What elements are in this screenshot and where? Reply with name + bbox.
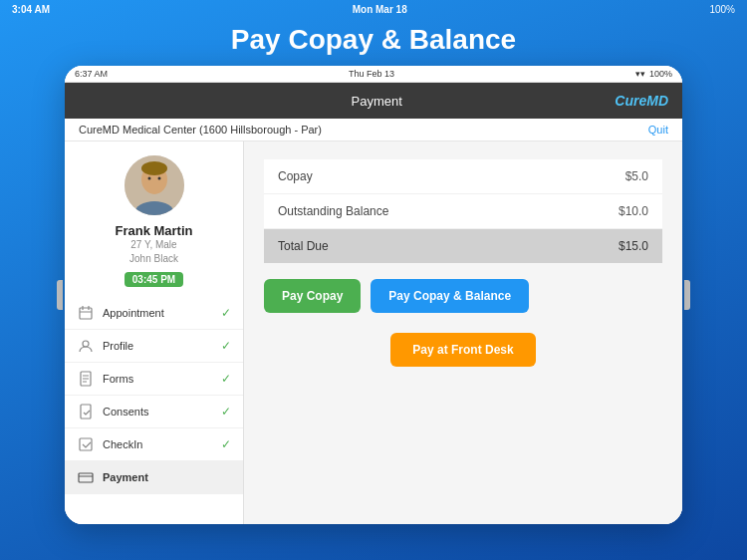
patient-name: Frank Martin bbox=[115, 223, 192, 238]
logo-suffix: MD bbox=[646, 93, 668, 109]
app-header-title: Payment bbox=[138, 94, 615, 109]
nav-list: Appointment ✓ Profile ✓ bbox=[65, 297, 243, 494]
quit-button[interactable]: Quit bbox=[648, 124, 668, 136]
patient-info: 27 Y, Male John Black bbox=[129, 238, 178, 266]
patient-age: 27 Y, Male bbox=[130, 239, 176, 250]
ipad-side-button-left bbox=[57, 280, 63, 310]
os-battery: 100% bbox=[709, 4, 735, 15]
balance-amount: $10.0 bbox=[619, 204, 648, 218]
svg-point-10 bbox=[83, 341, 89, 347]
nav-item-forms[interactable]: Forms ✓ bbox=[65, 363, 243, 396]
svg-rect-17 bbox=[79, 473, 93, 482]
nav-label-checkin: CheckIn bbox=[103, 438, 213, 450]
pay-copay-button[interactable]: Pay Copay bbox=[264, 279, 361, 313]
svg-rect-6 bbox=[80, 308, 92, 319]
avatar-image bbox=[124, 155, 184, 215]
svg-point-4 bbox=[147, 177, 150, 180]
checkmark-consents: ✓ bbox=[221, 405, 231, 419]
time-badge: 03:45 PM bbox=[124, 272, 183, 287]
os-status-right: 100% bbox=[709, 4, 735, 15]
screen: 6:37 AM Thu Feb 13 ▾▾ 100% Payment CureM… bbox=[65, 66, 682, 524]
nav-item-consents[interactable]: Consents ✓ bbox=[65, 396, 243, 428]
right-panel: Copay $5.0 Outstanding Balance $10.0 Tot… bbox=[244, 141, 682, 524]
wifi-icon: ▾▾ bbox=[635, 69, 645, 79]
nav-label-profile: Profile bbox=[103, 340, 213, 352]
payment-icon bbox=[77, 468, 95, 486]
nav-item-checkin[interactable]: CheckIn ✓ bbox=[65, 428, 243, 461]
payment-buttons: Pay Copay Pay Copay & Balance bbox=[264, 279, 662, 313]
total-amount: $15.0 bbox=[619, 239, 648, 253]
ipad-battery: 100% bbox=[649, 69, 672, 79]
nav-item-payment[interactable]: Payment bbox=[65, 461, 243, 494]
copay-amount: $5.0 bbox=[625, 169, 648, 183]
ipad-status-bar: 6:37 AM Thu Feb 13 ▾▾ 100% bbox=[65, 66, 682, 83]
total-row: Total Due $15.0 bbox=[264, 229, 662, 263]
os-status-bar: 3:04 AM Mon Mar 18 100% bbox=[0, 0, 747, 18]
os-time: 3:04 AM bbox=[12, 4, 50, 15]
patient-provider: John Black bbox=[129, 253, 178, 264]
pay-copay-balance-button[interactable]: Pay Copay & Balance bbox=[371, 279, 529, 313]
consents-icon bbox=[77, 403, 95, 420]
copay-label: Copay bbox=[278, 169, 313, 183]
ipad-time: 6:37 AM bbox=[75, 69, 108, 79]
checkmark-appointment: ✓ bbox=[221, 306, 231, 320]
checkin-icon bbox=[77, 435, 95, 453]
main-content: Frank Martin 27 Y, Male John Black 03:45… bbox=[65, 141, 682, 524]
logo-prefix: Cure bbox=[615, 93, 646, 109]
ipad-date: Thu Feb 13 bbox=[349, 69, 394, 79]
sub-header: CureMD Medical Center (1600 Hillsborough… bbox=[65, 119, 682, 141]
nav-label-appointment: Appointment bbox=[103, 307, 213, 319]
checkmark-checkin: ✓ bbox=[221, 437, 231, 451]
ipad-side-button-right bbox=[684, 280, 690, 310]
balance-row: Outstanding Balance $10.0 bbox=[264, 194, 662, 229]
ipad-status-right: ▾▾ 100% bbox=[635, 69, 672, 79]
nav-item-appointment[interactable]: Appointment ✓ bbox=[65, 297, 243, 330]
os-date: Mon Mar 18 bbox=[353, 4, 407, 15]
clinic-name: CureMD Medical Center (1600 Hillsborough… bbox=[79, 124, 322, 136]
ipad-frame: 6:37 AM Thu Feb 13 ▾▾ 100% Payment CureM… bbox=[65, 66, 682, 524]
checkmark-forms: ✓ bbox=[221, 372, 231, 386]
pay-front-desk-button[interactable]: Pay at Front Desk bbox=[390, 333, 535, 367]
nav-label-consents: Consents bbox=[103, 406, 213, 418]
app-header: Payment CureMD bbox=[65, 83, 682, 119]
nav-label-forms: Forms bbox=[103, 373, 213, 385]
copay-row: Copay $5.0 bbox=[264, 159, 662, 194]
avatar bbox=[124, 155, 184, 215]
balance-label: Outstanding Balance bbox=[278, 204, 388, 218]
nav-label-payment: Payment bbox=[103, 471, 231, 483]
forms-icon bbox=[77, 370, 95, 388]
checkmark-profile: ✓ bbox=[221, 339, 231, 353]
svg-point-5 bbox=[157, 177, 160, 180]
curemd-logo: CureMD bbox=[615, 93, 668, 109]
appointment-icon bbox=[77, 304, 95, 322]
page-title: Pay Copay & Balance bbox=[0, 18, 747, 66]
nav-item-profile[interactable]: Profile ✓ bbox=[65, 330, 243, 363]
sidebar: Frank Martin 27 Y, Male John Black 03:45… bbox=[65, 141, 244, 524]
profile-icon bbox=[77, 337, 95, 355]
svg-point-2 bbox=[141, 161, 167, 175]
total-label: Total Due bbox=[278, 239, 329, 253]
svg-rect-16 bbox=[80, 438, 92, 450]
